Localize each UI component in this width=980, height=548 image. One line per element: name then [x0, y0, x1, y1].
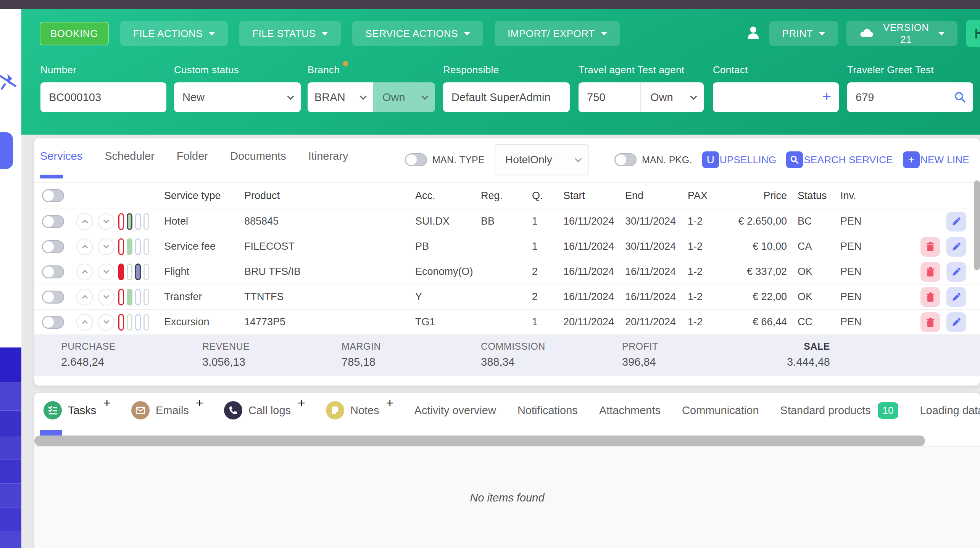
menu-button-file-actions[interactable]: FILE ACTIONS — [120, 21, 228, 46]
delete-row-button[interactable] — [920, 312, 940, 332]
move-down-button[interactable] — [98, 213, 114, 230]
contact-input[interactable] — [713, 82, 804, 112]
move-up-button[interactable] — [76, 264, 93, 280]
move-up-button[interactable] — [76, 289, 93, 305]
sidebar-collapsed-button[interactable] — [0, 132, 13, 169]
search-icon[interactable] — [954, 91, 966, 103]
manual-package-label: MAN. PKG. — [642, 154, 692, 166]
edit-row-button[interactable] — [946, 287, 966, 307]
menu-button-service-actions[interactable]: SERVICE ACTIONS — [352, 21, 483, 46]
col-product[interactable]: Product — [244, 190, 415, 202]
booking-type-button[interactable]: BOOKING — [40, 22, 109, 45]
status-pill-red-outline — [118, 213, 124, 230]
col-start[interactable]: Start — [563, 190, 625, 202]
tab-tasks[interactable]: Tasks+ — [44, 401, 110, 419]
delete-row-button[interactable] — [920, 287, 940, 307]
edit-row-button[interactable] — [946, 237, 966, 257]
responsible-input[interactable] — [443, 82, 570, 112]
row-select-toggle[interactable] — [42, 240, 64, 253]
version-button[interactable]: VERSION 21 — [846, 21, 957, 46]
tab-notifications[interactable]: Notifications — [517, 404, 578, 417]
save-button[interactable] — [966, 20, 980, 47]
tab-activity-overview[interactable]: Activity overview — [414, 404, 496, 417]
tab-folder[interactable]: Folder — [177, 150, 208, 162]
manual-package-toggle[interactable] — [614, 153, 637, 166]
cell-pax: 1-2 — [688, 215, 726, 227]
menu-button-import-export[interactable]: IMPORT/ EXPORT — [495, 21, 620, 46]
cell-product: BRU TFS/IB — [244, 266, 415, 278]
tab-emails[interactable]: Emails+ — [131, 401, 203, 419]
cell-status: CA — [787, 241, 830, 252]
tab-call-logs[interactable]: Call logs+ — [224, 401, 305, 419]
move-down-button[interactable] — [98, 264, 114, 280]
col-inv[interactable]: Inv. — [830, 190, 883, 202]
cell-end: 16/11/2024 — [625, 291, 688, 303]
travel-agent-mode-select[interactable]: Own — [641, 91, 704, 104]
tab-itinerary[interactable]: Itinerary — [308, 150, 348, 162]
traveler-input[interactable] — [847, 82, 939, 112]
tab-notes[interactable]: Notes+ — [326, 401, 393, 419]
user-icon[interactable] — [746, 25, 761, 42]
tab-services[interactable]: Services — [40, 150, 82, 162]
pin-off-icon[interactable] — [0, 70, 19, 93]
custom-status-select[interactable]: New — [174, 82, 301, 112]
delete-row-button[interactable] — [920, 262, 940, 282]
menu-button-label: FILE ACTIONS — [133, 28, 203, 40]
upselling-button[interactable]: U UPSELLING — [702, 151, 777, 168]
search-service-button[interactable]: SEARCH SERVICE — [786, 151, 893, 168]
edit-row-button[interactable] — [946, 212, 966, 231]
move-up-button[interactable] — [76, 213, 93, 230]
col-service-type[interactable]: Service type — [164, 190, 244, 202]
tab-loading-data[interactable]: Loading data — [920, 404, 980, 417]
edit-row-button[interactable] — [946, 312, 966, 332]
edit-row-button[interactable] — [946, 262, 966, 282]
col-reg[interactable]: Reg. — [481, 190, 532, 202]
col-pax[interactable]: PAX — [688, 190, 726, 202]
tab-documents[interactable]: Documents — [230, 150, 286, 162]
col-end[interactable]: End — [625, 190, 688, 202]
sidebar-menu-item[interactable] — [0, 410, 21, 437]
move-down-button[interactable] — [98, 289, 114, 305]
menu-button-file-status[interactable]: FILE STATUS — [239, 21, 341, 46]
row-select-toggle[interactable] — [42, 215, 64, 228]
total-value: 2.648,24 — [61, 356, 202, 368]
sidebar-menu-item[interactable] — [0, 459, 21, 483]
col-price[interactable]: Price — [726, 190, 787, 202]
package-filter-select[interactable]: HotelOnly — [495, 144, 589, 175]
col-q[interactable]: Q. — [532, 190, 563, 202]
add-contact-icon[interactable]: + — [822, 89, 831, 104]
new-line-button[interactable]: + NEW LINE — [903, 151, 969, 168]
col-acc[interactable]: Acc. — [415, 190, 481, 202]
cell-start: 16/11/2024 — [563, 241, 625, 252]
manual-type-toggle[interactable] — [405, 153, 427, 166]
horizontal-scrollbar[interactable] — [34, 436, 925, 446]
branch-select[interactable]: BRAN — [308, 82, 373, 112]
move-up-button[interactable] — [76, 238, 93, 255]
tab-communication[interactable]: Communication — [682, 404, 759, 417]
vertical-scrollbar[interactable] — [974, 180, 980, 270]
row-select-toggle[interactable] — [42, 265, 64, 278]
move-up-button[interactable] — [76, 314, 93, 331]
cell-q: 1 — [532, 241, 563, 252]
tab-attachments[interactable]: Attachments — [599, 404, 661, 417]
sidebar-menu-item[interactable] — [0, 382, 21, 410]
print-button[interactable]: PRINT — [769, 21, 838, 46]
branch-own-select[interactable]: Own — [373, 82, 435, 112]
select-all-toggle[interactable] — [42, 189, 64, 202]
travel-agent-input[interactable]: 750 — [579, 82, 641, 112]
sidebar-menu-item[interactable] — [0, 347, 21, 382]
row-select-toggle[interactable] — [42, 291, 64, 304]
tab-standard-products[interactable]: Standard products10 — [780, 402, 899, 419]
sidebar-menu-item[interactable] — [0, 437, 21, 459]
move-down-button[interactable] — [98, 314, 114, 331]
move-down-button[interactable] — [98, 238, 114, 255]
row-select-toggle[interactable] — [42, 316, 64, 329]
chevron-down-icon — [103, 268, 109, 274]
tab-scheduler[interactable]: Scheduler — [105, 150, 155, 162]
number-input[interactable] — [40, 82, 166, 112]
sidebar-menu-item[interactable] — [0, 531, 21, 548]
sidebar-menu-item[interactable] — [0, 508, 21, 531]
col-status[interactable]: Status — [787, 190, 830, 202]
delete-row-button[interactable] — [920, 237, 940, 257]
sidebar-menu-item[interactable] — [0, 483, 21, 507]
